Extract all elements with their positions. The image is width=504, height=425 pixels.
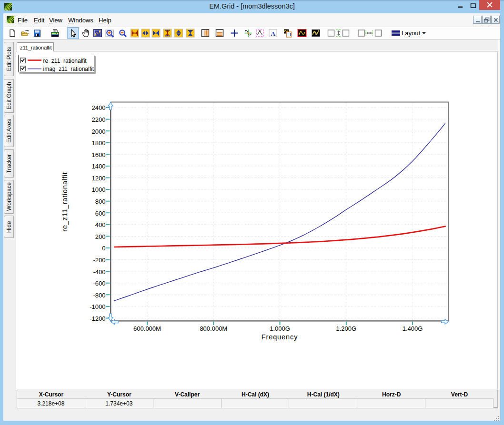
svg-text:1800: 1800	[92, 139, 106, 147]
svg-text:800.000M: 800.000M	[200, 325, 227, 332]
svg-text:-200: -200	[93, 257, 105, 264]
svg-text:re_z11_rationalfit: re_z11_rationalfit	[61, 172, 69, 231]
svg-text:-600: -600	[93, 280, 105, 287]
svg-text:200: 200	[95, 233, 106, 240]
svg-text:800: 800	[95, 198, 106, 205]
svg-text:1600: 1600	[92, 151, 106, 158]
svg-text:-800: -800	[93, 292, 105, 299]
svg-text:1.000G: 1.000G	[270, 325, 290, 332]
svg-text:1200: 1200	[92, 175, 106, 182]
svg-text:2400: 2400	[92, 104, 106, 111]
svg-text:2200: 2200	[92, 116, 106, 123]
svg-text:600.000M: 600.000M	[133, 325, 161, 332]
svg-text:A: A	[271, 30, 275, 37]
svg-text:Layout: Layout	[402, 30, 420, 37]
svg-text:2000: 2000	[92, 128, 106, 135]
svg-text:1400: 1400	[92, 163, 106, 170]
svg-text:0: 0	[102, 245, 105, 252]
svg-text:400: 400	[95, 221, 106, 228]
svg-text:1000: 1000	[92, 186, 106, 193]
svg-text:600: 600	[95, 210, 106, 217]
svg-text:Frequency: Frequency	[262, 333, 298, 341]
svg-text:-400: -400	[93, 268, 105, 276]
svg-text:1.400G: 1.400G	[403, 325, 423, 332]
svg-text:-1200: -1200	[90, 315, 105, 322]
svg-text:-1000: -1000	[90, 303, 105, 310]
svg-text:1.200G: 1.200G	[336, 325, 356, 332]
